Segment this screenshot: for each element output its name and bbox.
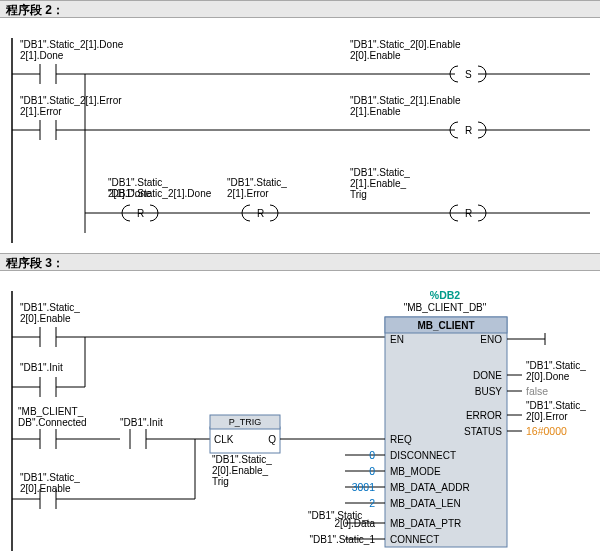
svg-text:R: R [257,208,264,219]
svg-text:ENO: ENO [480,334,502,345]
svg-text:CLK: CLK [214,434,234,445]
rung-3: "DB1".Static_ "DB1".Static_2[1].Done 2[1… [85,167,590,221]
svg-text:DISCONNECT: DISCONNECT [390,450,456,461]
svg-text:2: 2 [369,497,375,509]
svg-text:"DB1".Static_: "DB1".Static_ [526,400,586,411]
svg-text:"DB1".Static_2[1].Error: "DB1".Static_2[1].Error [20,95,122,106]
svg-text:"DB1".Init: "DB1".Init [20,362,63,373]
svg-text:"DB1".Init: "DB1".Init [120,417,163,428]
svg-text:"DB1".Static_: "DB1".Static_ [350,167,410,178]
svg-text:MB_DATA_ADDR: MB_DATA_ADDR [390,482,470,493]
svg-text:ERROR: ERROR [466,410,502,421]
no-contact-icon [40,64,56,84]
rung-1: "DB1".Static_2[1].Done 2[1].Done "DB1".S… [12,39,590,84]
svg-text:"DB1".Static_: "DB1".Static_ [20,302,80,313]
svg-text:R: R [465,208,472,219]
svg-text:"DB1".Static_: "DB1".Static_ [108,177,168,188]
svg-text:"DB1".Static_2[0].Enable: "DB1".Static_2[0].Enable [350,39,461,50]
svg-text:16#0000: 16#0000 [526,425,567,437]
svg-text:DONE: DONE [473,370,502,381]
svg-text:BUSY: BUSY [475,386,503,397]
svg-text:0: 0 [369,465,375,477]
network-3-header: 程序段 3： [0,253,600,271]
svg-text:Trig: Trig [350,189,367,200]
svg-text:MB_DATA_PTR: MB_DATA_PTR [390,518,461,529]
svg-text:"MB_CLIENT_: "MB_CLIENT_ [18,406,84,417]
svg-text:R: R [465,125,472,136]
svg-text:2[0].Enable: 2[0].Enable [20,483,71,494]
svg-text:2[0].Done: 2[0].Done [526,371,570,382]
network-3-diagram: "DB1".Static_ 2[0].Enable "DB1".Init %DB… [0,271,600,557]
rung-2: "DB1".Static_2[1].Error 2[1].Error "DB1"… [12,95,590,140]
en-branch: "DB1".Static_ 2[0].Enable "DB1".Init [12,302,385,397]
svg-text:2[0].Data: 2[0].Data [334,518,375,529]
svg-text:"DB1".Static_2[1].Enable: "DB1".Static_2[1].Enable [350,95,461,106]
network-2-diagram: "DB1".Static_2[1].Done 2[1].Done "DB1".S… [0,18,600,253]
svg-text:"DB1".Static_: "DB1".Static_ [20,472,80,483]
svg-text:"DB1".Static_2[1].Done: "DB1".Static_2[1].Done [20,39,124,50]
svg-text:"DB1".Static_: "DB1".Static_ [526,360,586,371]
svg-text:2[0].Enable_: 2[0].Enable_ [212,465,269,476]
svg-text:2[1].Error: 2[1].Error [20,106,62,117]
svg-text:2[1].Error: 2[1].Error [227,188,269,199]
svg-text:2[1].Enable_: 2[1].Enable_ [350,178,407,189]
svg-text:DB".Connected: DB".Connected [18,417,87,428]
svg-text:false: false [526,385,548,397]
svg-text:2[0].Enable: 2[0].Enable [20,313,71,324]
req-branch: "MB_CLIENT_ DB".Connected "DB1".Init P_T… [12,406,385,509]
svg-text:STATUS: STATUS [464,426,502,437]
svg-text:MB_CLIENT: MB_CLIENT [417,320,474,331]
svg-text:Trig: Trig [212,476,229,487]
svg-text:"MB_CLIENT_DB": "MB_CLIENT_DB" [404,302,487,313]
svg-text:CONNECT: CONNECT [390,534,439,545]
svg-text:2[0].Error: 2[0].Error [526,411,568,422]
svg-text:R: R [137,208,144,219]
no-contact-icon [40,120,56,140]
svg-text:Q: Q [268,434,276,445]
svg-text:2[0].Enable: 2[0].Enable [350,50,401,61]
network-2-header: 程序段 2： [0,0,600,18]
svg-text:"DB1".Static_: "DB1".Static_ [212,454,272,465]
svg-text:S: S [465,69,472,80]
svg-text:"DB1".Static_1: "DB1".Static_1 [310,534,376,545]
svg-text:"DB1".Static_: "DB1".Static_ [227,177,287,188]
mb-client-block: %DB2 "MB_CLIENT_DB" MB_CLIENT EN REQ DIS… [308,289,586,547]
svg-text:EN: EN [390,334,404,345]
svg-text:2[1].Enable: 2[1].Enable [350,106,401,117]
svg-text:MB_DATA_LEN: MB_DATA_LEN [390,498,461,509]
svg-text:3001: 3001 [352,481,376,493]
svg-text:REQ: REQ [390,434,412,445]
svg-text:%DB2: %DB2 [430,289,461,301]
svg-text:P_TRIG: P_TRIG [229,417,262,427]
svg-text:0: 0 [369,449,375,461]
svg-text:MB_MODE: MB_MODE [390,466,441,477]
svg-text:2[1].Done: 2[1].Done [108,188,152,199]
svg-text:2[1].Done: 2[1].Done [20,50,64,61]
